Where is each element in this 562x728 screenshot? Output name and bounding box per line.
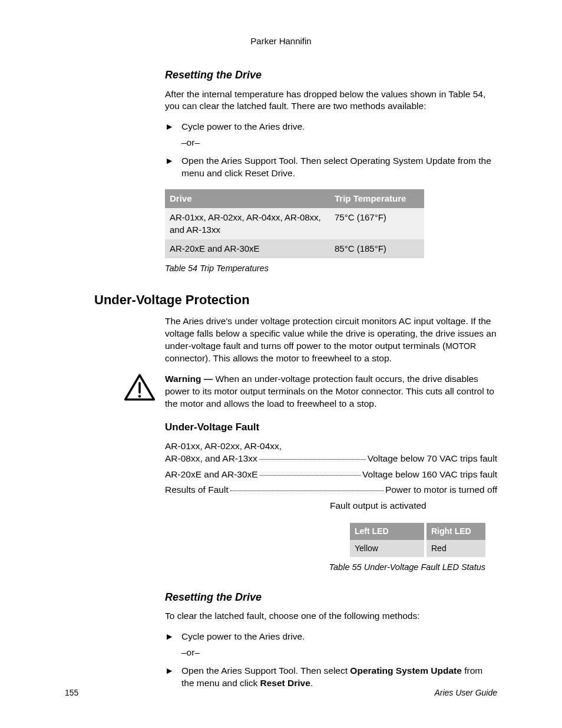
spec-row: AR-08xx, and AR-13xx Voltage below 70 VA… — [165, 453, 497, 465]
table-cell: AR-01xx, AR-02xx, AR-04xx, AR-08xx, and … — [165, 208, 328, 239]
bullet-marker: ► — [165, 121, 181, 133]
heading-under-voltage: Under-Voltage Protection — [94, 291, 497, 309]
table-cell: Red — [427, 540, 485, 557]
table-header: Left LED — [350, 523, 424, 540]
table-cell: Yellow — [350, 540, 424, 557]
warning-text: Warning — When an under-voltage protecti… — [165, 373, 497, 410]
paragraph: After the internal temperature has dropp… — [165, 88, 497, 113]
bullet-item: ► Cycle power to the Aries drive. — [165, 121, 497, 133]
bullet-text: Open the Aries Support Tool. Then select… — [181, 155, 497, 180]
table-header: Trip Temperature — [330, 189, 424, 208]
bullet-text: Cycle power to the Aries drive. — [181, 121, 497, 133]
section-title-reset-1: Resetting the Drive — [165, 68, 497, 82]
paragraph: To clear the latched fault, choose one o… — [165, 610, 497, 622]
bullet-marker: ► — [165, 665, 181, 690]
bullet-item: ► Open the Aries Support Tool. Then sele… — [165, 665, 497, 690]
table-cell: 75°C (167°F) — [330, 208, 424, 239]
table-caption: Table 55 Under-Voltage Fault LED Status — [165, 562, 485, 574]
footer-title: Aries User Guide — [434, 687, 497, 699]
page-number: 155 — [65, 687, 78, 699]
warning-block: Warning — When an under-voltage protecti… — [165, 373, 497, 410]
table-cell: 85°C (185°F) — [330, 239, 424, 258]
or-separator: –or– — [181, 647, 497, 659]
bullet-text: Open the Aries Support Tool. Then select… — [181, 665, 497, 690]
trip-temperature-table: Drive Trip Temperature AR-01xx, AR-02xx,… — [165, 189, 424, 258]
table-header: Right LED — [427, 523, 485, 540]
led-status-table: Left LED Right LED Yellow Red — [350, 523, 485, 557]
page-header: Parker Hannifin — [65, 35, 497, 47]
table-caption: Table 54 Trip Temperatures — [165, 263, 497, 275]
spec-row: AR-20xE and AR-30xE Voltage below 160 VA… — [165, 469, 497, 481]
spec-row-extra: Fault output is activated — [165, 500, 497, 512]
bullet-text: Cycle power to the Aries drive. — [181, 631, 497, 643]
svg-point-2 — [138, 395, 141, 398]
bullet-marker: ► — [165, 155, 181, 180]
spec-row: Results of Fault Power to motor is turne… — [165, 484, 497, 496]
bullet-item: ► Open the Aries Support Tool. Then sele… — [165, 155, 497, 180]
paragraph: The Aries drive's under voltage protecti… — [165, 315, 497, 365]
table-cell: AR-20xE and AR-30xE — [165, 239, 328, 258]
subsection-title: Under-Voltage Fault — [165, 421, 497, 434]
or-separator: –or– — [181, 137, 497, 149]
table-header: Drive — [165, 189, 328, 208]
page-footer: 155 Aries User Guide — [65, 687, 497, 699]
spec-row: AR-01xx, AR-02xx, AR-04xx, — [165, 440, 497, 453]
section-title-reset-2: Resetting the Drive — [165, 590, 497, 604]
bullet-marker: ► — [165, 631, 181, 643]
warning-icon — [124, 373, 159, 410]
bullet-item: ► Cycle power to the Aries drive. — [165, 631, 497, 643]
